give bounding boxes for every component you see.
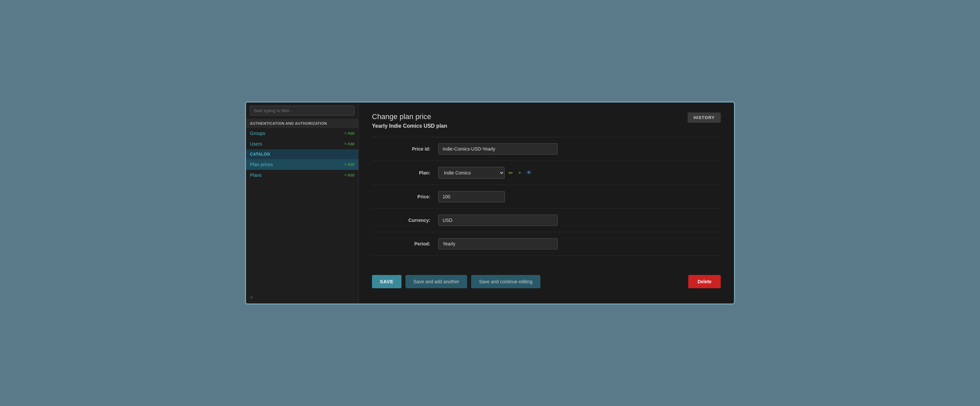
price-input[interactable]: [438, 191, 505, 202]
title-area: Change plan price Yearly Indie Comics US…: [372, 113, 447, 129]
sidebar-item-groups[interactable]: Groups + Add: [246, 128, 358, 139]
period-label: Period:: [372, 241, 438, 247]
price-id-input[interactable]: [438, 143, 558, 154]
plan-prices-add-link[interactable]: + Add: [344, 162, 355, 167]
app-window: AUTHENTICATION AND AUTHORIZATION Groups …: [245, 102, 735, 304]
action-bar: SAVE Save and add another Save and conti…: [372, 270, 721, 293]
users-add-link[interactable]: + Add: [344, 142, 355, 146]
price-row: Price:: [372, 185, 721, 209]
price-id-label: Price id:: [372, 146, 438, 151]
plan-select[interactable]: Indie Comics Basic Premium: [438, 167, 504, 179]
sidebar-item-plans[interactable]: Plans + Add: [246, 170, 358, 180]
main-content: Change plan price Yearly Indie Comics US…: [359, 102, 734, 304]
sidebar-item-label-groups: Groups: [250, 131, 265, 136]
period-row: Period:: [372, 232, 721, 256]
plan-edit-button[interactable]: ✏: [507, 169, 514, 177]
sidebar-item-plan-prices[interactable]: Plan prices + Add: [246, 159, 358, 170]
save-continue-button[interactable]: Save and continue editing: [471, 275, 540, 288]
sidebar-filter-area: [246, 102, 358, 119]
price-id-row: Price id:: [372, 137, 721, 161]
save-button[interactable]: SAVE: [372, 275, 401, 288]
plan-row: Plan: Indie Comics Basic Premium ✏ + 👁: [372, 161, 721, 185]
sidebar-collapse-button[interactable]: «: [246, 291, 358, 304]
main-header: Change plan price Yearly Indie Comics US…: [372, 113, 721, 129]
delete-button[interactable]: Delete: [688, 275, 721, 288]
currency-label: Currency:: [372, 218, 438, 223]
sidebar-item-label-plans: Plans: [250, 172, 262, 178]
plan-controls: Indie Comics Basic Premium ✏ + 👁: [438, 167, 533, 179]
auth-section-header: AUTHENTICATION AND AUTHORIZATION: [246, 119, 358, 128]
currency-row: Currency:: [372, 209, 721, 232]
sidebar-item-label-users: Users: [250, 141, 262, 146]
catalog-section-header: CATALOG: [246, 149, 358, 159]
plans-add-link[interactable]: + Add: [344, 173, 355, 177]
price-label: Price:: [372, 194, 438, 199]
sidebar: AUTHENTICATION AND AUTHORIZATION Groups …: [246, 102, 359, 304]
period-input[interactable]: [438, 238, 558, 250]
history-button[interactable]: HISTORY: [687, 113, 721, 123]
plan-add-button[interactable]: +: [517, 169, 522, 177]
page-title: Change plan price: [372, 113, 447, 121]
sidebar-item-users[interactable]: Users + Add: [246, 139, 358, 149]
plan-view-button[interactable]: 👁: [525, 169, 533, 177]
form-section: Price id: Plan: Indie Comics Basic Premi…: [372, 137, 721, 260]
action-left: SAVE Save and add another Save and conti…: [372, 275, 540, 288]
save-add-another-button[interactable]: Save and add another: [406, 275, 467, 288]
sidebar-filter-input[interactable]: [250, 106, 355, 115]
subtitle: Yearly Indie Comics USD plan: [372, 123, 447, 129]
sidebar-item-label-plan-prices: Plan prices: [250, 162, 273, 167]
groups-add-link[interactable]: + Add: [344, 131, 355, 136]
plan-label: Plan:: [372, 170, 438, 175]
currency-input[interactable]: [438, 215, 558, 226]
